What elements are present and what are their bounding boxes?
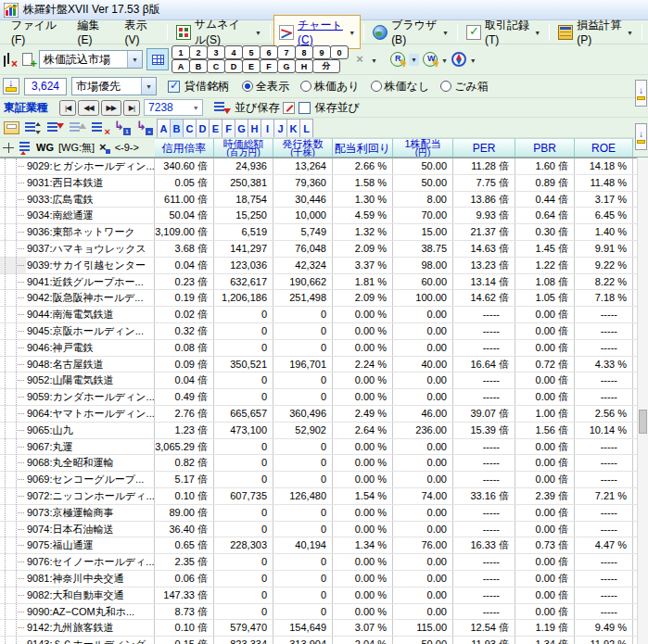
stock-name-cell[interactable]: 9090:AZ−COM丸和ホ... [26,604,155,620]
stock-name-cell[interactable]: 9031:西日本鉄道 [26,175,155,191]
sector-nav-button[interactable]: ▶| [123,100,140,116]
table-row[interactable]: 9052:山陽電気鉄道0.04 倍000.00 %0.00-----0.00 倍… [0,373,648,389]
chevron-down-icon[interactable]: ▼ [189,105,202,111]
stock-name-cell[interactable]: 9029:ヒガシホールディン... [26,158,155,174]
tree-toggle-icon[interactable] [3,142,15,154]
stock-name-cell[interactable]: 9036:東部ネットワーク [26,224,155,240]
dropdown-arrow-icon[interactable]: ▼ [371,56,377,64]
page-letter-button[interactable]: E [242,59,260,73]
table-row[interactable]: 9033:広島電鉄611.00 倍18,75430,4461.30 %8.001… [0,192,648,208]
stock-name-cell[interactable]: 9081:神奈川中央交通 [26,571,155,587]
column-header[interactable]: 1株配当(円) [393,138,453,157]
column-header[interactable]: 配当利回り [333,138,393,157]
page-digit-button[interactable]: 3 [207,45,225,59]
stock-name-cell[interactable]: 9068:丸全昭和運輸 [26,455,155,471]
rss-w-icon[interactable]: Wϟ [423,52,438,67]
page-letter-button[interactable]: G [277,59,296,73]
table-row[interactable]: 9064:ヤマトホールディン...2.76 倍665,657360,4962.4… [0,406,648,423]
stock-name-cell[interactable]: 9044:南海電気鉄道 [26,307,155,322]
table-row[interactable]: 9068:丸全昭和運輸0.82 倍000.00 %0.00-----0.00 倍… [0,455,648,472]
page-letter-button[interactable]: A [172,59,190,73]
radio-option[interactable]: 全表示 [242,79,289,95]
stock-name-cell[interactable]: 9069:センコーグループ... [26,472,155,487]
table-row[interactable]: 9142:九州旅客鉄道0.10 倍579,470154,6493.07 %115… [0,620,648,637]
stock-name-cell[interactable]: 9039:サカイ引越センター [26,258,155,273]
jump-page-icon[interactable] [114,120,131,135]
stock-table-body[interactable]: 9029:ヒガシホールディン...340.60 倍24,93613,2642.6… [0,158,648,644]
chevron-down-icon[interactable]: ▼ [141,78,156,95]
memo-icon[interactable] [283,102,295,114]
table-row[interactable]: 9081:神奈川中央交通0.06 倍000.00 %0.00-----0.00 … [0,571,648,587]
compass-icon[interactable] [451,52,466,67]
sort-save-label[interactable]: 並び保存 [235,100,279,116]
scrollbar-thumb[interactable] [639,410,647,434]
rss-r-icon[interactable]: Rϟ [390,52,405,67]
compass-dropdown-icon[interactable]: ▼ [470,56,476,64]
table-row[interactable]: 9069:センコーグループ...5.17 倍000.00 %0.00-----0… [0,472,648,488]
chevron-down-icon[interactable]: ▼ [127,51,142,68]
stock-name-cell[interactable]: 9067:丸運 [26,439,155,455]
table-row[interactable]: 9031:西日本鉄道0.05 倍250,38179,3601.58 %50.00… [0,175,648,192]
stock-name-cell[interactable]: 9052:山陽電気鉄道 [26,373,155,388]
letter-tab[interactable]: F [222,119,235,137]
table-row[interactable]: 9036:東部ネットワーク3,109.00 倍6,5195,7491.32 %1… [0,224,648,241]
page-digit-button[interactable]: 2 [189,45,208,59]
page-digit-button[interactable]: 1 [172,45,190,59]
letter-tab[interactable]: E [209,119,222,137]
rss-r-dropdown-icon[interactable]: ▼ [409,54,419,66]
load-prices-icon[interactable] [3,78,19,95]
radio-button[interactable] [242,81,253,92]
clear-prices-icon[interactable] [2,52,17,67]
table-row[interactable]: 9034:南総通運50.04 倍15,25010,0004.59 %70.009… [0,208,648,224]
page-letter-button[interactable]: F [260,59,278,73]
market-source-dropdown[interactable]: 株価読込市場 ▼ [39,50,143,69]
letter-tab[interactable]: H [248,119,261,137]
page-digit-button[interactable]: 8 [295,45,313,59]
radio-button[interactable] [371,81,382,92]
list-updown-icon[interactable] [25,120,42,135]
radio-button[interactable] [440,81,451,92]
table-row[interactable]: 9041:近鉄グループホー...0.23 倍632,617190,6621.81… [0,274,648,291]
saved-order-checkbox[interactable] [299,102,311,114]
stock-name-cell[interactable]: 9064:ヤマトホールディン... [26,406,155,422]
output-icon[interactable] [4,121,19,134]
table-row[interactable]: 9037:ハマキョウレックス3.68 倍141,29776,0482.09 %3… [0,241,648,258]
table-row[interactable]: 9029:ヒガシホールディン...340.60 倍24,93613,2642.6… [0,158,648,175]
table-row[interactable]: 9072:ニッコンホールディ...0.10 倍607,735126,4801.5… [0,488,648,505]
stock-name-cell[interactable]: 9082:大和自動車交通 [26,587,155,603]
table-row[interactable]: 9082:大和自動車交通147.33 倍000.00 %0.00-----0.0… [0,587,648,604]
jump-add-icon[interactable] [136,120,153,135]
table-row[interactable]: 9059:カンダホールディン...0.49 倍000.00 %0.00-----… [0,389,648,406]
page-minute-button[interactable]: 分 [312,59,340,73]
table-row[interactable]: 9039:サカイ引越センター0.04 倍123,03642,3243.37 %9… [0,258,648,274]
sector-code-combo[interactable]: 7238 ▼ [144,99,203,116]
stock-name-cell[interactable]: 9059:カンダホールディン... [26,389,155,405]
page-letter-button[interactable]: H [295,59,313,73]
table-row[interactable]: 9067:丸運3,065.29 倍000.00 %0.00-----0.00 倍… [0,439,648,456]
stock-name-cell[interactable]: 9142:九州旅客鉄道 [26,620,155,636]
margin-checkbox[interactable] [168,81,180,93]
page-letter-button[interactable]: D [224,59,243,73]
page-letter-button[interactable]: B [189,59,208,73]
rss-w-dropdown-icon[interactable]: ▼ [441,56,448,64]
stock-name-cell[interactable]: 9076:セイノーホールディ... [26,554,155,570]
export-up-button[interactable]: ↓ [635,80,647,107]
column-header[interactable]: PBR [515,138,575,157]
stock-name-cell[interactable]: 9045:京阪ホールディン... [26,323,155,339]
radio-button[interactable] [300,81,311,92]
table-row[interactable]: 9044:南海電気鉄道0.02 倍000.00 %0.00-----0.00 倍… [0,307,648,323]
sort-save-icon[interactable] [214,100,231,115]
stock-name-cell[interactable]: 9037:ハマキョウレックス [26,241,155,257]
column-header[interactable]: ROE [575,138,633,157]
stock-name-cell[interactable]: 9075:福山通運 [26,537,155,553]
stock-name-cell[interactable]: 9073:京極運輸商事 [26,505,155,521]
stock-name-cell[interactable]: 9033:広島電鉄 [26,192,155,208]
table-row[interactable]: 9046:神戸電鉄0.08 倍000.00 %0.00-----0.00 倍--… [0,340,648,357]
table-row[interactable]: 9048:名古屋鉄道0.09 倍350,521196,7012.24 %40.0… [0,357,648,373]
column-header[interactable]: 信用倍率 [155,138,214,157]
stock-name-cell[interactable]: 9074:日本石油輸送 [26,522,155,537]
stock-name-cell[interactable]: 9034:南総通運 [26,208,155,223]
letter-tab[interactable]: J [273,119,287,137]
table-row[interactable]: 9090:AZ−COM丸和ホ...8.73 倍000.00 %0.00-----… [0,604,648,621]
page-letter-button[interactable]: C [207,59,225,73]
